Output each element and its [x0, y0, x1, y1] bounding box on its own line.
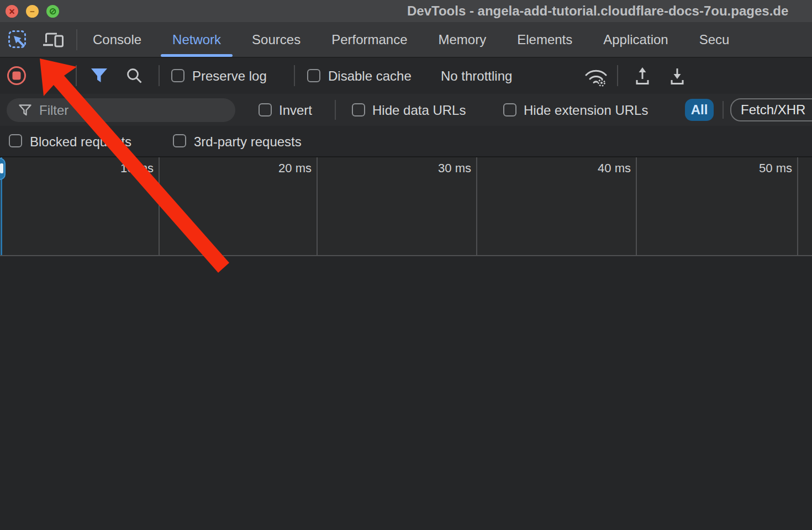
filterbar-divider [723, 101, 724, 119]
toolbar-divider [617, 65, 618, 86]
tab-console[interactable]: Console [77, 22, 157, 57]
tab-elements[interactable]: Elements [502, 22, 588, 57]
tab-application[interactable]: Application [588, 22, 683, 57]
hide-data-urls-label[interactable]: Hide data URLs [372, 104, 466, 117]
download-icon [669, 66, 686, 86]
tab-sources[interactable]: Sources [236, 22, 316, 57]
network-overview-timeline: 10 ms 20 ms 30 ms 40 ms 50 ms [0, 157, 812, 256]
record-stop-icon [7, 66, 27, 86]
window-titlebar: DevTools - angela-add-tutorial.cloudflar… [0, 0, 812, 22]
hide-data-urls-checkbox[interactable] [352, 103, 365, 116]
preserve-log-label[interactable]: Preserve log [192, 70, 267, 83]
filter-funnel-icon [91, 68, 108, 83]
clear-icon [43, 66, 61, 85]
hide-extension-urls-label[interactable]: Hide extension URLs [524, 104, 648, 117]
disable-cache-label[interactable]: Disable cache [328, 70, 412, 83]
disable-cache-checkbox[interactable] [307, 69, 320, 82]
timeline-gridline [317, 157, 318, 255]
timeline-tick-label: 10 ms [103, 161, 154, 176]
export-har-button[interactable] [669, 66, 686, 86]
inspect-element-button[interactable] [7, 28, 29, 51]
network-filter-bar: Invert Hide data URLs Hide extension URL… [0, 94, 812, 126]
third-party-requests-checkbox[interactable] [173, 134, 186, 147]
throttling-select[interactable]: No throttling [441, 70, 512, 83]
window-title: DevTools - angela-add-tutorial.cloudflar… [407, 3, 788, 19]
timeline-tick-label: 30 ms [420, 161, 471, 176]
tab-memory[interactable]: Memory [423, 22, 502, 57]
blocked-requests-checkbox[interactable] [9, 134, 22, 147]
devtools-tabbar: Console Network Sources Performance Memo… [0, 22, 812, 58]
toolbar-divider [294, 65, 295, 86]
filterbar-divider [335, 100, 336, 120]
invert-label[interactable]: Invert [279, 104, 312, 117]
wifi-gear-icon [583, 65, 609, 87]
blocked-requests-label[interactable]: Blocked requests [30, 135, 131, 149]
toggle-device-toolbar-button[interactable] [41, 28, 65, 51]
hide-extension-urls-checkbox[interactable] [503, 103, 516, 116]
timeline-tick-label: 50 ms [741, 161, 792, 176]
filter-funnel-outline-icon [19, 104, 31, 116]
timeline-gridline [159, 157, 160, 255]
inspect-cursor-icon [8, 30, 28, 50]
request-type-fetch-xhr-button[interactable]: Fetch/XHR [730, 98, 812, 121]
timeline-gridline [797, 157, 798, 255]
search-button[interactable] [125, 67, 144, 85]
zoom-window-icon[interactable] [46, 5, 59, 18]
filter-toggle-button[interactable] [91, 68, 108, 83]
minimize-window-icon[interactable] [26, 5, 39, 18]
filter-field[interactable] [7, 98, 235, 122]
close-window-icon[interactable] [6, 5, 18, 18]
filter-input[interactable] [39, 103, 205, 118]
preserve-log-checkbox[interactable] [171, 69, 184, 82]
timeline-tick-label: 20 ms [261, 161, 312, 176]
device-toolbar-icon [41, 30, 65, 50]
toolbar-divider [159, 65, 160, 86]
import-har-button[interactable] [634, 66, 651, 86]
tab-network[interactable]: Network [157, 22, 236, 57]
tab-security[interactable]: Secu [684, 22, 745, 57]
tab-performance[interactable]: Performance [316, 22, 423, 57]
timeline-gridline [636, 157, 637, 255]
record-network-log-button[interactable] [7, 66, 27, 86]
toolbar-divider [76, 65, 77, 86]
request-type-all-button[interactable]: All [685, 99, 714, 121]
third-party-requests-label[interactable]: 3rd-party requests [194, 135, 302, 149]
upload-icon [634, 66, 651, 86]
network-requests-panel: Recordi Perform a request [0, 256, 812, 506]
timeline-tick-label: 40 ms [580, 161, 631, 176]
timeline-gridline [476, 157, 477, 255]
clear-network-log-button[interactable] [43, 66, 61, 85]
request-options-bar: Blocked requests 3rd-party requests [0, 126, 812, 157]
invert-checkbox[interactable] [259, 103, 272, 116]
search-icon [125, 67, 144, 85]
timeline-handle[interactable] [0, 158, 6, 180]
network-conditions-button[interactable] [583, 65, 609, 87]
network-toolbar: Preserve log Disable cache No throttling [0, 58, 812, 94]
